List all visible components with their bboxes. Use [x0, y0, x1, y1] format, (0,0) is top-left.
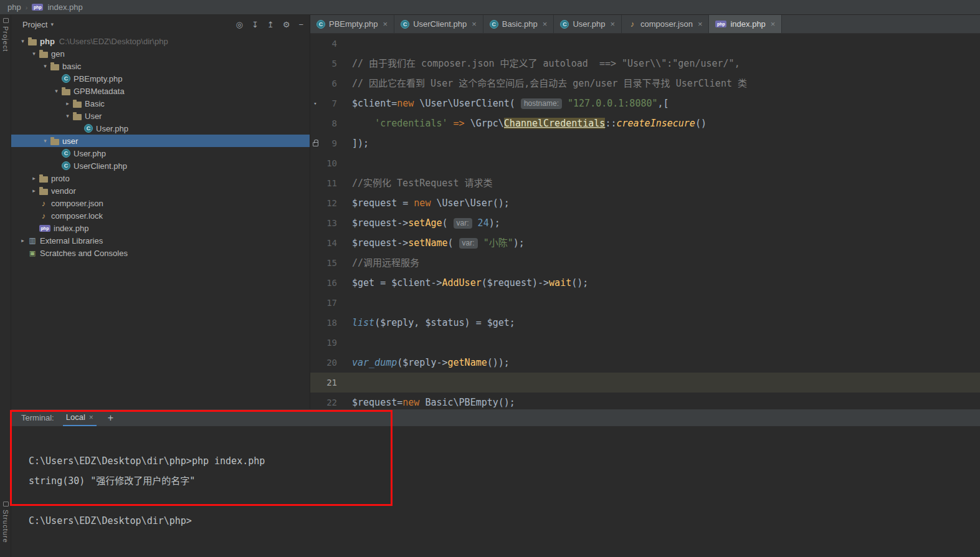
code-line[interactable]: 8 'credentials' => \Grpc\ChannelCredenti… — [310, 113, 980, 133]
code-line[interactable]: 11//实例化 TestRequest 请求类 — [310, 173, 980, 193]
line-number[interactable]: 20 — [320, 353, 337, 373]
chevron-down-icon: ▾ — [50, 21, 54, 27]
tree-item-gen[interactable]: ▾gen — [11, 47, 310, 60]
editor-tab-pbempty-php[interactable]: CPBEmpty.php× — [310, 15, 394, 33]
code-line[interactable]: 5// 由于我们在 composer.json 中定义了 autoload ==… — [310, 54, 980, 74]
line-number[interactable]: 10 — [320, 153, 337, 173]
tree-toggle-icon[interactable]: ▸ — [17, 237, 28, 244]
tree-toggle-icon[interactable]: ▾ — [40, 63, 50, 69]
project-panel-title: Project — [22, 20, 47, 29]
settings-icon[interactable]: ⚙ — [283, 20, 290, 29]
project-stripe-button[interactable]: Project — [0, 18, 11, 52]
line-number[interactable]: 6 — [320, 74, 337, 93]
line-number[interactable]: 13 — [320, 213, 337, 233]
line-number[interactable]: 17 — [320, 293, 337, 313]
code-line[interactable]: 6// 因此它在看到 User 这个命名空间后,会自动去 gen/user 目录… — [310, 74, 980, 93]
tree-toggle-icon[interactable]: ▾ — [51, 88, 62, 94]
tree-item-index-php[interactable]: phpindex.php — [11, 222, 310, 234]
tree-toggle-icon[interactable]: ▾ — [29, 50, 39, 57]
tree-item-basic[interactable]: ▾basic — [11, 60, 310, 72]
breadcrumb-item[interactable]: index.php — [47, 2, 82, 12]
tree-toggle-icon[interactable]: ▸ — [29, 188, 39, 194]
expand-all-icon[interactable]: ↥ — [267, 20, 274, 29]
tree-toggle-icon[interactable]: ▸ — [29, 175, 39, 181]
editor-tab-composer-json[interactable]: ♪composer.json× — [622, 15, 709, 33]
close-tab-icon[interactable]: × — [472, 19, 477, 29]
tree-item-composer-lock[interactable]: ♪composer.lock — [11, 209, 310, 222]
code-line[interactable]: 4 — [310, 34, 980, 54]
close-tab-icon[interactable]: × — [383, 19, 388, 29]
line-number[interactable]: 21 — [320, 373, 337, 393]
line-number[interactable]: 19 — [320, 333, 337, 353]
line-number[interactable]: 22 — [320, 393, 337, 409]
tree-item-user-php[interactable]: CUser.php — [11, 147, 310, 159]
breadcrumb-item[interactable]: php — [7, 2, 21, 12]
collapse-all-icon[interactable]: ↧ — [252, 20, 259, 29]
code-line[interactable]: ▾7$client=new \User\UserClient( hostname… — [310, 93, 980, 113]
tree-item-scratches-and-consoles[interactable]: ▣Scratches and Consoles — [11, 247, 310, 259]
code-line[interactable]: 20var_dump($reply->getName()); — [310, 353, 980, 373]
tree-item-user[interactable]: ▾user — [11, 135, 310, 147]
tree-item-composer-json[interactable]: ♪composer.json — [11, 197, 310, 209]
tree-item-user-php[interactable]: CUser.php — [11, 122, 310, 135]
code-editor[interactable]: 45// 由于我们在 composer.json 中定义了 autoload =… — [310, 34, 980, 409]
code-line[interactable]: 19 — [310, 333, 980, 353]
locate-icon[interactable]: ◎ — [236, 20, 243, 29]
line-number[interactable]: 11 — [320, 173, 337, 193]
tree-item-gpbmetadata[interactable]: ▾GPBMetadata — [11, 85, 310, 97]
line-number[interactable]: 9 — [320, 133, 337, 153]
tree-toggle-icon[interactable]: ▸ — [62, 100, 73, 107]
tree-toggle-icon[interactable]: ▾ — [40, 138, 50, 144]
tree-item-userclient-php[interactable]: CUserClient.php — [11, 159, 310, 172]
code-line[interactable]: 10 — [310, 153, 980, 173]
code-line[interactable]: 14$request->setName( var: "小陈"); — [310, 233, 980, 253]
code-line[interactable]: 21 — [310, 373, 980, 393]
editor-tab-user-php[interactable]: CUser.php× — [554, 15, 622, 33]
project-tree[interactable]: ▾phpC:\Users\EDZ\Desktop\dir\php▾gen▾bas… — [11, 34, 310, 259]
folder-icon — [73, 114, 82, 120]
code-line[interactable]: 22$request=new Basic\PBEmpty(); — [310, 393, 980, 409]
tree-item-php[interactable]: ▾phpC:\Users\EDZ\Desktop\dir\php — [11, 35, 310, 47]
line-number[interactable]: 7 — [320, 93, 337, 113]
line-number[interactable]: 15 — [320, 253, 337, 273]
tree-toggle-icon[interactable]: ▾ — [62, 113, 73, 119]
code-line[interactable]: 17 — [310, 293, 980, 313]
tree-item-vendor[interactable]: ▸vendor — [11, 184, 310, 197]
tree-item-proto[interactable]: ▸proto — [11, 172, 310, 184]
new-terminal-button[interactable]: + — [108, 412, 113, 424]
code-line[interactable]: 9]); — [310, 133, 980, 153]
tree-toggle-icon[interactable]: ▾ — [17, 38, 28, 44]
close-tab-icon[interactable]: × — [543, 19, 548, 29]
code-line[interactable]: 16$get = $client->AddUser($request)->wai… — [310, 273, 980, 293]
close-tab-icon[interactable]: × — [698, 19, 703, 29]
close-tab-icon[interactable]: × — [771, 19, 776, 29]
hide-window-icon[interactable]: − — [298, 20, 303, 29]
structure-stripe-button[interactable]: Structure — [0, 502, 11, 543]
code-line[interactable]: 15//调用远程服务 — [310, 253, 980, 273]
terminal-tab-local[interactable]: Local × — [63, 409, 97, 426]
line-number[interactable]: 5 — [320, 54, 337, 74]
line-number[interactable]: 4 — [320, 34, 337, 54]
line-number[interactable]: 18 — [320, 313, 337, 333]
code-line[interactable]: 12$request = new \User\User(); — [310, 193, 980, 213]
terminal-output[interactable]: C:\Users\EDZ\Desktop\dir\php>php index.p… — [11, 426, 980, 557]
line-number[interactable]: 16 — [320, 273, 337, 293]
code-text: var_dump($reply->getName()); — [352, 353, 980, 373]
editor-tab-basic-php[interactable]: CBasic.php× — [483, 15, 554, 33]
project-view-selector[interactable]: Project ▾ — [22, 20, 54, 29]
tree-item-external-libraries[interactable]: ▸▥External Libraries — [11, 234, 310, 247]
tree-item-basic[interactable]: ▸Basic — [11, 97, 310, 110]
line-number[interactable]: 14 — [320, 233, 337, 253]
code-line[interactable]: 18list($reply, $status) = $get; — [310, 313, 980, 333]
close-tab-icon[interactable]: × — [610, 19, 615, 29]
tree-item-user[interactable]: ▾User — [11, 110, 310, 122]
fold-marker-icon[interactable]: ▾ — [310, 93, 320, 113]
close-icon[interactable]: × — [89, 413, 93, 422]
editor-tab-userclient-php[interactable]: CUserClient.php× — [394, 15, 483, 33]
line-number[interactable]: 12 — [320, 193, 337, 213]
code-line[interactable]: 13$request->setAge( var: 24); — [310, 213, 980, 233]
composer-icon: ♪ — [39, 199, 48, 207]
line-number[interactable]: 8 — [320, 113, 337, 133]
editor-tab-index-php[interactable]: phpindex.php× — [709, 15, 782, 33]
tree-item-pbempty-php[interactable]: CPBEmpty.php — [11, 72, 310, 85]
